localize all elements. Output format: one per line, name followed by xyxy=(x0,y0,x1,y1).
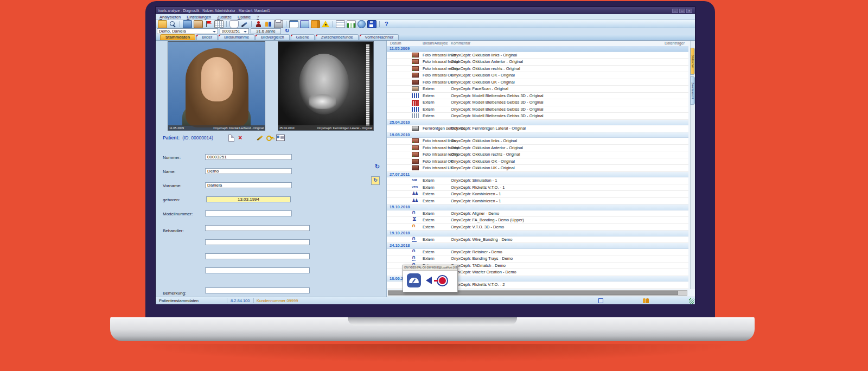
save-icon[interactable] xyxy=(367,20,376,28)
archive-row[interactable]: ExternOnyxCeph: Ricketts V.T.O. - 1 xyxy=(387,184,688,191)
archive-row[interactable]: ExternOnyxCeph: Kombinieren - 1 xyxy=(387,198,688,205)
cube-3d-icon[interactable] xyxy=(311,20,320,28)
archive-row[interactable]: ExternOnyxCeph: Modell Bleibendes Gebiss… xyxy=(387,113,688,120)
pen-icon[interactable] xyxy=(240,21,248,28)
menu-item-zustze[interactable]: Zusätze xyxy=(217,15,232,20)
name-input[interactable] xyxy=(205,168,292,174)
menu-item-help[interactable]: ? xyxy=(257,15,259,20)
back-arrow-button[interactable] xyxy=(426,277,432,284)
radiation-warning-icon[interactable] xyxy=(322,21,330,28)
archive-row[interactable]: ExternOnyxCeph: FA_Bonding - Demo (Upper… xyxy=(387,217,688,224)
archive-row[interactable]: ExternOnyxCeph: Bonding Trays - Demo xyxy=(387,255,688,263)
archive-row[interactable]: Foto intraoral UKOnyxCeph: Okklusion UK … xyxy=(387,165,688,172)
archive-group-row[interactable]: 25.04.2010 xyxy=(387,120,688,126)
archive-row[interactable]: ExternOnyxCeph: Modell Bleibendes Gebiss… xyxy=(387,99,688,106)
speed-gauge-button[interactable] xyxy=(407,273,421,287)
maximize-button[interactable]: □ xyxy=(679,9,685,13)
new-record-icon[interactable] xyxy=(228,135,234,142)
connect-target-button[interactable] xyxy=(439,277,446,284)
tab-stammdaten[interactable]: Stammdaten xyxy=(160,34,195,40)
patient-pair-icon[interactable] xyxy=(264,21,272,28)
tooth-icon[interactable] xyxy=(229,20,239,28)
archive-row[interactable]: ExternOnyxCeph: Modell Bleibendes Gebiss… xyxy=(387,106,688,113)
patient-red-icon[interactable] xyxy=(254,21,263,28)
behandler-input-1[interactable] xyxy=(205,225,310,231)
archive-row[interactable]: ExternOnyxCeph: Kombinieren - 1 xyxy=(387,191,688,198)
archive-group-row[interactable]: 24.10.2018 xyxy=(387,243,688,249)
geboren-input[interactable] xyxy=(206,196,291,202)
menu-item-update[interactable]: Update xyxy=(238,15,251,20)
archive-row[interactable]: Foto intraoral rechtsOnyxCeph: Okklusion… xyxy=(387,66,688,73)
refresh-icon[interactable]: ↻ xyxy=(285,28,289,34)
patient-name-combobox[interactable]: Demo, Daniela xyxy=(157,28,218,34)
bemerkung-input[interactable] xyxy=(205,287,310,293)
tab-vorhernachher[interactable]: Vorher/Nachher xyxy=(360,34,399,40)
archive-row[interactable]: Foto intraoral UKOnyxCeph: Okklusion UK … xyxy=(387,79,688,86)
archive-row[interactable]: ExternOnyxCeph: FaceScan - Original xyxy=(387,86,688,93)
archive-group-row[interactable]: 19.05.2010 xyxy=(387,132,688,138)
menu-item-einstellungen[interactable]: Einstellungen xyxy=(187,15,211,20)
archive-row[interactable]: Foto intraoral rechtsOnyxCeph: Okklusion… xyxy=(387,151,688,158)
archive-group-row[interactable]: 27.07.2011 xyxy=(387,172,688,178)
kommentar-cell: OnyxCeph: FaceScan - Original xyxy=(451,86,508,91)
tab-bildaufnahme[interactable]: Bildaufnahme xyxy=(219,34,254,40)
chart-icon[interactable] xyxy=(347,20,356,28)
behandler-input-4[interactable] xyxy=(205,267,310,273)
key-icon[interactable] xyxy=(266,135,273,141)
archive-row[interactable]: Foto intraoral linksOnyxCeph: Okklusion … xyxy=(387,138,688,145)
archive-group-row[interactable]: 15.10.2018 xyxy=(387,204,688,210)
edit-pen-icon[interactable] xyxy=(257,135,264,141)
flag-icon[interactable] xyxy=(205,21,213,28)
image-frame-icon[interactable] xyxy=(300,20,309,28)
tab-bilder[interactable]: Bilder xyxy=(196,34,218,40)
tab-bildvergleich[interactable]: Bildvergleich xyxy=(256,34,290,40)
printer-icon[interactable] xyxy=(274,20,283,28)
side-tab-bildarchiv[interactable]: Bildarchiv xyxy=(690,48,695,75)
intraoral-icon xyxy=(412,59,419,64)
modellnummer-input[interactable] xyxy=(205,210,292,216)
archive-row[interactable]: Foto intraoral frontalOnyxCeph: Okklusio… xyxy=(387,59,688,66)
close-button[interactable]: × xyxy=(686,9,692,13)
globe-icon[interactable] xyxy=(358,20,366,28)
archive-group-row[interactable]: 11.05.2009 xyxy=(387,46,688,52)
network-icon[interactable] xyxy=(598,298,603,303)
behandler-input-3[interactable] xyxy=(205,253,310,259)
kommentar-cell: OnyxCeph: Retainer - Demo xyxy=(451,250,502,254)
archive-row[interactable]: Fernröntgen seitlich rec.OnyxCeph: Fernr… xyxy=(387,125,688,132)
patient-card-icon[interactable] xyxy=(276,135,285,141)
patient-portrait-photo[interactable]: 11.05.2009 OnyxCeph: Frontal Lachend - O… xyxy=(168,41,265,131)
worklist-grid-icon[interactable] xyxy=(214,20,224,28)
help-icon[interactable] xyxy=(382,21,391,28)
archive-row[interactable]: ExternOnyxCeph: Retainer - Demo xyxy=(387,249,688,256)
ceph-xray-photo[interactable]: 25.04.2010 OnyxCeph: Fernröntgen Lateral… xyxy=(278,41,374,131)
document-icon[interactable] xyxy=(336,20,345,28)
archive-row[interactable]: ExternOnyxCeph: Wire_Bonding - Demo xyxy=(387,236,688,244)
search-icon[interactable] xyxy=(169,21,177,28)
sync-name-icon[interactable]: ↻ xyxy=(375,163,380,170)
side-tab-zweitansicht[interactable]: Zweitansicht xyxy=(690,76,695,105)
vorname-input[interactable] xyxy=(205,182,292,188)
archive-row[interactable]: Foto intraoral linksOnyxCeph: Okklusion … xyxy=(387,52,688,59)
menu-item-analysieren[interactable]: Analysieren xyxy=(159,15,181,20)
delete-record-icon[interactable]: × xyxy=(237,135,244,141)
tab-zwischenbefunde[interactable]: Zwischenbefunde xyxy=(316,34,359,40)
archive-row[interactable]: Foto intraoral frontalOnyxCeph: Okklusio… xyxy=(387,145,688,152)
sync-vorname-button[interactable]: ↻ xyxy=(371,176,380,185)
archive-group-row[interactable]: 19.10.2018 xyxy=(387,231,688,236)
archive-row[interactable]: ExternOnyxCeph: Modell Bleibendes Gebiss… xyxy=(387,93,688,100)
archive-row[interactable]: ExternOnyxCeph: Simulation - 1 xyxy=(387,177,688,184)
report-dialog-icon[interactable] xyxy=(289,20,298,28)
archive-row[interactable]: Foto intraoral OKOnyxCeph: Okklusion OK … xyxy=(387,72,688,79)
users-icon[interactable] xyxy=(643,298,649,303)
archive-row[interactable]: ExternOnyxCeph: Aligner - Demo xyxy=(387,210,688,218)
tab-galerie[interactable]: Galerie xyxy=(291,34,315,40)
minimize-button[interactable]: – xyxy=(672,9,678,13)
archive-row[interactable]: Foto intraoral OKOnyxCeph: Okklusion OK … xyxy=(387,158,688,165)
image-blue-icon[interactable] xyxy=(183,20,192,28)
archive-row[interactable]: ExternOnyxCeph: V.T.O. 3D - Demo xyxy=(387,224,688,231)
behandler-input-2[interactable] xyxy=(205,239,310,245)
image-photo-icon[interactable] xyxy=(194,20,203,28)
open-folder-icon[interactable] xyxy=(158,20,167,28)
patient-number-combobox[interactable]: 00003251 xyxy=(220,28,249,34)
nummer-input[interactable] xyxy=(205,154,292,160)
